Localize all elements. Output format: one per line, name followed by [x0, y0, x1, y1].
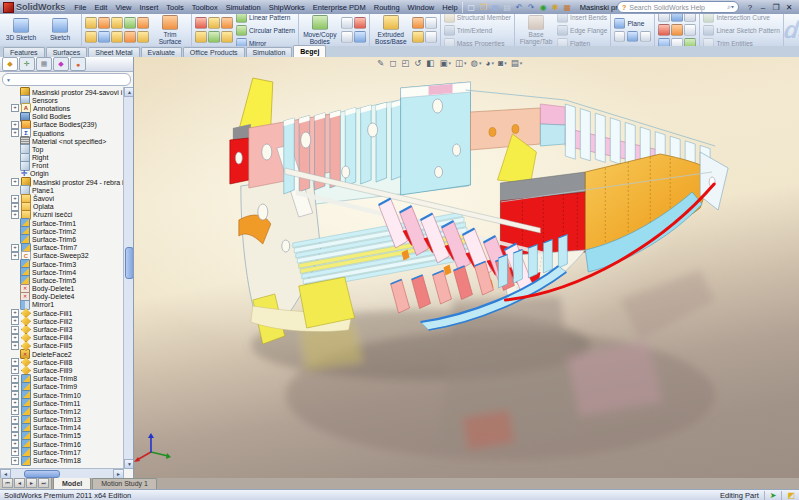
first-tab-icon[interactable]: ⏮	[2, 478, 13, 488]
view-settings-icon[interactable]: ▤▾	[511, 58, 523, 68]
tree-item[interactable]: Surface Bodies(239)	[0, 121, 124, 129]
tree-item[interactable]: Surface-Sweep32	[0, 252, 124, 260]
wrap-icon[interactable]	[221, 31, 233, 43]
print-icon[interactable]: ▤	[502, 2, 513, 13]
delete-body-icon[interactable]	[354, 17, 366, 29]
menu-item[interactable]: Edit	[90, 2, 111, 13]
tree-item[interactable]: Solid Bodies	[0, 113, 124, 121]
tree-item[interactable]: Right	[0, 154, 124, 162]
last-tab-icon[interactable]: ⏭	[38, 478, 49, 488]
tree-expander-icon[interactable]	[11, 203, 19, 211]
close-button[interactable]: ✕	[784, 3, 794, 12]
zoom-to-fit-icon[interactable]: ◻	[389, 58, 397, 68]
tree-expander-icon[interactable]	[11, 334, 19, 342]
minimize-button[interactable]: –	[758, 3, 768, 12]
command-tab[interactable]: Sheet Metal	[88, 47, 139, 57]
apply-scene-icon[interactable]: ◙▾	[498, 58, 507, 68]
ellipse-icon[interactable]	[684, 24, 696, 36]
tree-item[interactable]: Surface-Trim17	[0, 448, 124, 456]
tree-item[interactable]: Front	[0, 162, 124, 170]
tree-expander-icon[interactable]	[11, 178, 19, 186]
tree-expander-icon[interactable]	[11, 407, 19, 415]
insert-bends-button[interactable]: Insert Bends	[557, 14, 607, 23]
filled-surface-icon[interactable]	[111, 31, 123, 43]
trim-surface-button[interactable]: Trim Surface	[152, 15, 188, 45]
menu-item[interactable]: File	[70, 2, 90, 13]
tree-item[interactable]: Surface-Fill2	[0, 317, 124, 325]
shell-icon[interactable]	[195, 31, 207, 43]
tree-expander-icon[interactable]	[11, 383, 19, 391]
tree-item[interactable]: Sensors	[0, 96, 124, 104]
graphics-viewport[interactable]: ✎ ◻ ◰ ↺ ◧ ▣▾	[134, 57, 799, 478]
restore-button[interactable]: ❐	[771, 3, 781, 12]
tree-item[interactable]: Surface-Trim9	[0, 383, 124, 391]
menu-item[interactable]: Tools	[162, 2, 188, 13]
tree-item[interactable]: Origin	[0, 170, 124, 178]
tree-expander-icon[interactable]	[11, 252, 19, 260]
scroll-left-icon[interactable]: ◄	[0, 469, 11, 479]
featuremanager-tab-icon[interactable]: ◆	[2, 57, 18, 71]
polygon-icon[interactable]	[658, 38, 670, 47]
tree-item[interactable]: Surface-Trim18	[0, 456, 124, 464]
sketch-button[interactable]: Sketch	[42, 18, 78, 41]
next-tab-icon[interactable]: ►	[26, 478, 37, 488]
tree-expander-icon[interactable]	[11, 391, 19, 399]
tree-item[interactable]: DeleteFace2	[0, 350, 124, 358]
tree-item[interactable]: Surface-Fill8	[0, 358, 124, 366]
hide-show-items-icon[interactable]: ◍▾	[470, 58, 481, 68]
tree-expander-icon[interactable]	[11, 366, 19, 374]
tree-expander-icon[interactable]	[11, 129, 19, 137]
tree-expander-icon[interactable]	[11, 358, 19, 366]
mirror-button[interactable]: Mirror	[236, 38, 295, 47]
edit-appearance-icon[interactable]: ◕▾	[485, 58, 494, 68]
command-tab[interactable]: Surfaces	[46, 47, 88, 57]
tree-expander-icon[interactable]	[11, 399, 19, 407]
rib-icon[interactable]	[208, 31, 220, 43]
tree-item[interactable]: Surface-Fill5	[0, 342, 124, 350]
tree-expander-icon[interactable]	[11, 424, 19, 432]
circle-icon[interactable]	[671, 24, 683, 36]
tree-item[interactable]: Šavovi	[0, 194, 124, 202]
command-tab[interactable]: Features	[3, 47, 45, 57]
tree-item[interactable]: Surface-Trim14	[0, 424, 124, 432]
open-icon[interactable]: ❐	[478, 2, 489, 13]
document-tab[interactable]: Model	[53, 477, 91, 489]
tree-expander-icon[interactable]	[11, 244, 19, 252]
tree-item[interactable]: Surface-Trim1	[0, 219, 124, 227]
convert-entities-icon[interactable]	[684, 38, 696, 47]
save-icon[interactable]: ▣	[490, 2, 501, 13]
tree-expander-icon[interactable]	[11, 326, 19, 334]
tree-expander-icon[interactable]	[11, 211, 19, 219]
circular-pattern-button[interactable]: Circular Pattern	[236, 25, 295, 36]
ruled-surface-icon[interactable]	[124, 17, 136, 29]
tree-item[interactable]: Surface-Trim15	[0, 432, 124, 440]
trim-extend-button[interactable]: Trim/Extend	[444, 25, 511, 36]
tree-item[interactable]: Kruzni isečci	[0, 211, 124, 219]
tree-item[interactable]: Equations	[0, 129, 124, 137]
revolved-boss-icon[interactable]	[412, 17, 424, 29]
tree-item[interactable]: Surface-Trim11	[0, 399, 124, 407]
tree-expander-icon[interactable]	[11, 104, 19, 112]
menu-item[interactable]: Window	[404, 2, 439, 13]
tree-expander-icon[interactable]	[11, 448, 19, 456]
tree-expander-icon[interactable]	[11, 432, 19, 440]
scroll-right-icon[interactable]: ►	[113, 469, 124, 479]
mass-properties-button[interactable]: Mass Properties	[444, 38, 511, 47]
tree-item[interactable]: Surface-Trim4	[0, 268, 124, 276]
coordinate-system-icon[interactable]	[627, 31, 638, 42]
structural-member-button[interactable]: Structural Member	[444, 14, 511, 23]
3d-sketch-button[interactable]: 3D Sketch	[3, 18, 39, 41]
smart-dimension-icon[interactable]	[671, 38, 683, 47]
filter-input[interactable]	[13, 75, 127, 84]
lofted-surface-icon[interactable]	[85, 31, 97, 43]
tree-item[interactable]: Surface-Fill1	[0, 309, 124, 317]
extruded-boss-base-button[interactable]: Extruded Boss/Base	[373, 15, 409, 45]
tree-item[interactable]: Masinski prostor 294-savovi i podela na	[0, 88, 124, 96]
scroll-down-icon[interactable]: ▼	[124, 459, 133, 469]
draft-icon[interactable]	[221, 17, 233, 29]
prev-tab-icon[interactable]: ◄	[14, 478, 25, 488]
menu-item[interactable]: Enterprise PDM	[309, 2, 370, 13]
tree-item[interactable]: Surface-Trim16	[0, 440, 124, 448]
extruded-cut-icon[interactable]	[425, 17, 437, 29]
edit-sketch-icon[interactable]: ✎	[377, 58, 385, 68]
